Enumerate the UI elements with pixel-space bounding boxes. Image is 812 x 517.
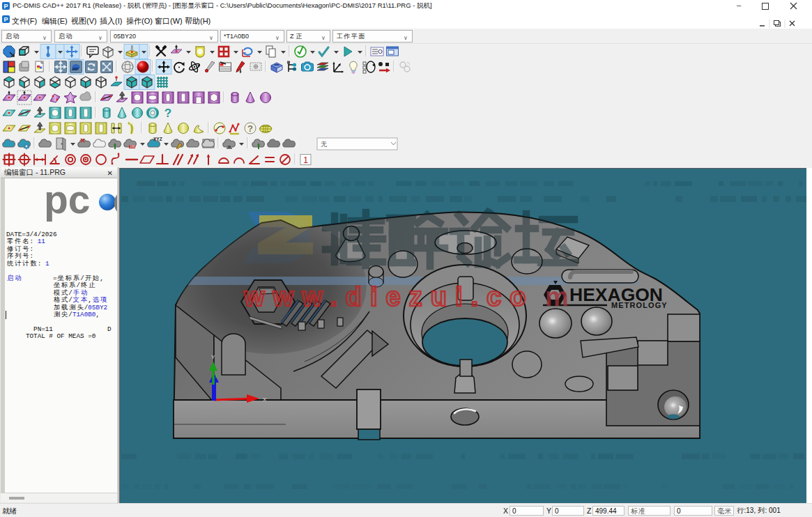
svg-text:1: 1 [303, 155, 308, 165]
svg-text:X: X [263, 396, 267, 403]
svg-text:XYZ: XYZ [153, 137, 162, 141]
svg-text:pc: pc [44, 178, 91, 222]
svg-text:168.2: 168.2 [130, 145, 138, 148]
svg-text:P: P [3, 3, 8, 10]
svg-text:无: 无 [321, 141, 328, 148]
svg-text:?: ? [164, 107, 171, 120]
svg-text:m: m [545, 282, 569, 311]
svg-text:Z: Z [215, 373, 219, 378]
svg-text:Y: Y [211, 354, 215, 360]
svg-text:?: ? [247, 123, 253, 134]
svg-text:www.diezui.co: www.diezui.co [243, 282, 534, 311]
svg-text:P: P [3, 16, 8, 23]
svg-text:METROLOGY: METROLOGY [611, 301, 668, 309]
